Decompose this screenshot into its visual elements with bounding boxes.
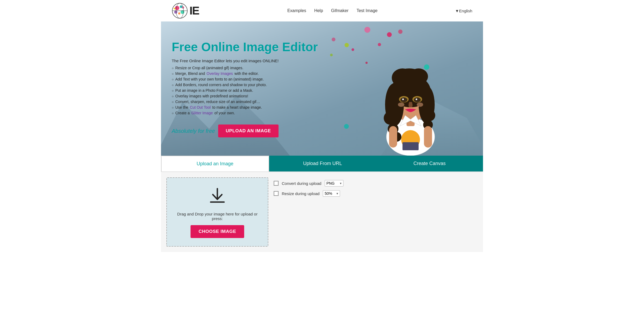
svg-point-31: [402, 98, 404, 100]
tab-upload-image[interactable]: Upload an Image: [161, 156, 269, 171]
language-selector[interactable]: ▼English: [455, 9, 472, 13]
logo-icon: [172, 3, 188, 19]
nav-link-help[interactable]: Help: [314, 8, 323, 13]
resize-checkbox[interactable]: [274, 191, 279, 196]
svg-point-21: [396, 68, 423, 82]
feature-item-9: Create a Glitter Image of your own.: [172, 111, 360, 115]
svg-point-25: [423, 109, 435, 121]
convert-checkbox[interactable]: [274, 181, 279, 186]
logo-text: IE: [189, 4, 199, 17]
hero-title: Free Online Image Editor: [172, 40, 360, 54]
tabs-section: Upload an Image Upload From URL Create C…: [161, 156, 483, 172]
upload-options: Convert during upload PNG JPG GIF WEBP R…: [274, 177, 478, 247]
svg-rect-13: [402, 142, 419, 150]
nav-link-examples[interactable]: Examples: [287, 8, 306, 13]
nav-links: Examples Help Gifmaker Test Image: [210, 8, 455, 13]
svg-point-22: [384, 111, 397, 125]
hero-section: Free Online Image Editor The Free Online…: [161, 21, 483, 156]
hero-description: The Free Online Image Editor lets you ed…: [172, 58, 360, 63]
feature-list: Resize or Crop all (animated gif) images…: [172, 66, 360, 116]
feature-item-5: Put an image in a Photo Frame or add a M…: [172, 88, 360, 93]
free-text: free: [206, 128, 215, 134]
resize-select-wrapper: 25% 50% 75% 100%: [323, 190, 340, 197]
hero-cta: Absolutely for free UPLOAD AN IMAGE: [172, 125, 360, 137]
svg-rect-36: [424, 126, 432, 148]
feature-item-4: Add Borders, round corners and shadow to…: [172, 83, 360, 87]
resize-option-row: Resize during upload 25% 50% 75% 100%: [274, 190, 478, 197]
svg-point-1: [175, 6, 179, 10]
svg-point-3: [174, 10, 177, 14]
logo-area: IE: [172, 3, 199, 19]
cartoon-woman-illustration: [368, 24, 453, 156]
upload-image-cta-button[interactable]: UPLOAD AN IMAGE: [218, 125, 278, 137]
absolutely-for-text: Absolutely for: [172, 128, 206, 134]
svg-point-32: [416, 98, 417, 100]
tab-create-canvas[interactable]: Create Canvas: [376, 156, 483, 171]
svg-point-29: [400, 97, 407, 102]
svg-point-30: [414, 97, 421, 102]
drop-zone[interactable]: Drag and Drop your image here for upload…: [166, 177, 268, 247]
feature-item-6: Overlay images with predefined animation…: [172, 94, 360, 98]
resize-label: Resize during upload: [282, 191, 320, 196]
svg-point-34: [417, 103, 423, 107]
svg-point-33: [398, 103, 404, 107]
svg-point-6: [174, 8, 175, 9]
upload-icon: [208, 186, 227, 207]
cut-out-tool-link[interactable]: Cut Out Tool: [190, 105, 211, 109]
glitter-image-link[interactable]: Glitter Image: [191, 111, 213, 115]
cta-prefix: Absolutely for free: [172, 128, 215, 134]
drop-text: Drag and Drop your image here for upload…: [172, 212, 262, 221]
convert-option-row: Convert during upload PNG JPG GIF WEBP: [274, 180, 478, 186]
overlay-images-link[interactable]: Overlay Images: [207, 71, 233, 76]
convert-select-wrapper: PNG JPG GIF WEBP: [325, 180, 343, 186]
upload-section: Drag and Drop your image here for upload…: [161, 172, 483, 252]
nav-link-testimage[interactable]: Test Image: [357, 8, 378, 13]
resize-percent-select[interactable]: 25% 50% 75% 100%: [323, 190, 340, 197]
feature-item-8: Use the Cut Out Tool to make a heart sha…: [172, 105, 360, 109]
tab-upload-url[interactable]: Upload From URL: [269, 156, 376, 171]
feature-item-3: Add Text with your own fonts to an (anim…: [172, 77, 360, 81]
feature-item-1: Resize or Crop all (animated gif) images…: [172, 66, 360, 70]
convert-format-select[interactable]: PNG JPG GIF WEBP: [325, 180, 343, 186]
svg-rect-35: [389, 126, 397, 148]
nav-bar: IE Examples Help Gifmaker Test Image ▼En…: [161, 0, 483, 21]
hero-image-area: [338, 21, 483, 156]
feature-item-7: Convert, sharpen, reduce size of an anim…: [172, 100, 360, 104]
convert-label: Convert during upload: [282, 181, 321, 186]
choose-image-button[interactable]: CHOOSE IMAGE: [191, 225, 244, 238]
nav-link-gifmaker[interactable]: Gifmaker: [331, 8, 349, 13]
feature-item-2: Merge, Blend and Overlay Images with the…: [172, 71, 360, 76]
svg-point-5: [178, 12, 180, 14]
